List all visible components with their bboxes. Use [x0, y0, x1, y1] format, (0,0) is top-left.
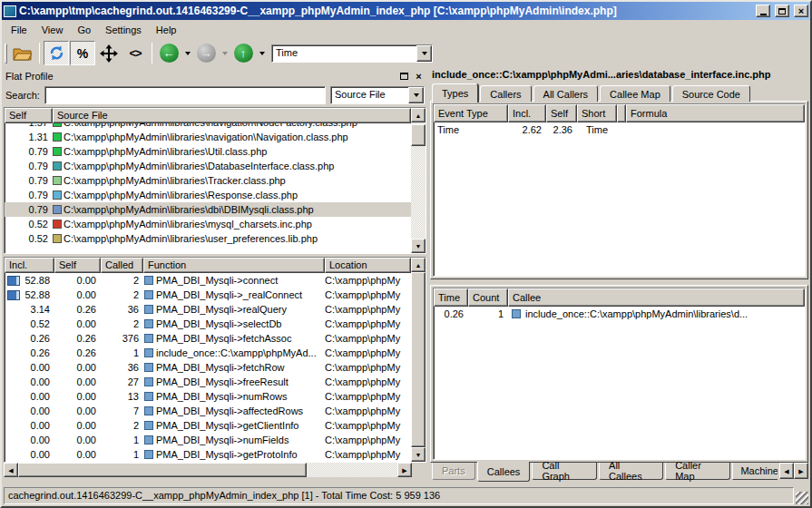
menu-view[interactable]: View: [34, 22, 71, 38]
column-header-incl-[interactable]: Incl.: [5, 258, 54, 273]
column-header-short[interactable]: Short: [577, 104, 617, 122]
title-bar[interactable]: C:\xampp\tmp\cachegrind.out.1416463299-C…: [2, 2, 810, 20]
column-header-formula[interactable]: Formula: [626, 104, 805, 122]
column-header-spacer[interactable]: [617, 104, 626, 122]
table-row[interactable]: 3.140.2636PMA_DBI_Mysqli->realQueryC:\xa…: [5, 302, 411, 317]
incl-cell: 0.00: [5, 435, 54, 445]
table-row[interactable]: 0.000.007PMA_DBI_Mysqli->affectedRowsC:\…: [5, 404, 411, 418]
table-row[interactable]: 0.79C:\xampp\phpMyAdmin\libraries\Tracke…: [5, 173, 411, 188]
column-header-time[interactable]: Time: [434, 288, 468, 307]
tab-callers[interactable]: Callers: [480, 85, 531, 102]
table-row[interactable]: 0.000.0027PMA_DBI_Mysqli->freeResultC:\x…: [5, 375, 411, 389]
relative-percent-toggle[interactable]: %: [70, 41, 95, 65]
tab-machine[interactable]: Machine: [732, 463, 778, 480]
tab-source-code[interactable]: Source Code: [672, 85, 750, 102]
search-input[interactable]: [44, 86, 326, 104]
table-row[interactable]: 52.880.002PMA_DBI_Mysqli->_realConnectC:…: [5, 288, 411, 302]
scroll-up-button[interactable]: ▲: [411, 258, 426, 272]
dock-close-button[interactable]: ×: [413, 71, 425, 82]
source-list-vscrollbar[interactable]: ▲ ▼: [411, 108, 426, 253]
scroll-down-button[interactable]: ▼: [411, 239, 426, 253]
column-header-self[interactable]: Self: [546, 104, 577, 122]
shorten-templates-button[interactable]: <>: [122, 41, 148, 65]
scrollbar-thumb[interactable]: [411, 272, 426, 447]
cycle-detection-button[interactable]: [96, 41, 122, 65]
table-row[interactable]: 0.52C:\xampp\phpMyAdmin\libraries\mysql_…: [5, 217, 411, 231]
table-row[interactable]: 1.31C:\xampp\phpMyAdmin\libraries\naviga…: [5, 130, 411, 144]
menu-file[interactable]: File: [4, 22, 34, 38]
function-list-hscrollbar[interactable]: ◀ ▶: [4, 463, 426, 477]
function-list-vscrollbar[interactable]: ▲ ▼: [411, 258, 426, 462]
function-cell: PMA_DBI_Mysqli->selectDb: [143, 318, 325, 329]
menu-go[interactable]: Go: [70, 22, 98, 38]
reload-button[interactable]: [44, 41, 69, 65]
up-dropdown[interactable]: [257, 41, 267, 65]
function-cell: PMA_DBI_Mysqli->numRows: [143, 391, 325, 402]
dock-float-button[interactable]: [398, 71, 410, 82]
table-row[interactable]: 0.000.0036PMA_DBI_Mysqli->fetchRowC:\xam…: [5, 360, 411, 375]
column-header-event-type[interactable]: Event Type: [434, 104, 508, 122]
up-button[interactable]: ↑: [230, 41, 256, 65]
table-row[interactable]: Time2.622.36Time: [434, 122, 805, 137]
resize-grip[interactable]: [796, 492, 808, 504]
event-type-combobox[interactable]: Time: [271, 44, 433, 63]
tab-call-graph[interactable]: Call Graph: [532, 463, 597, 480]
menu-settings[interactable]: Settings: [98, 22, 149, 38]
table-row[interactable]: 0.000.002PMA_DBI_Mysqli->getClientInfoC:…: [5, 418, 411, 433]
column-header-callee[interactable]: Callee: [508, 288, 805, 307]
scrollbar-thumb[interactable]: [18, 463, 307, 477]
combo-dropdown-button[interactable]: [416, 45, 432, 62]
table-row[interactable]: 0.000.001PMA_DBI_Mysqli->numFieldsC:\xam…: [5, 433, 411, 447]
column-header-count[interactable]: Count: [468, 288, 508, 307]
table-row[interactable]: 0.52C:\xampp\phpMyAdmin\libraries\user_p…: [5, 231, 411, 246]
grouping-combobox[interactable]: Source File: [330, 86, 425, 104]
tab-types[interactable]: Types: [432, 83, 478, 103]
tab-all-callers[interactable]: All Callers: [533, 85, 599, 102]
table-row[interactable]: 0.260.261include_once::C:\xampp\phpMyAd.…: [5, 346, 411, 360]
column-header-location[interactable]: Location: [325, 258, 411, 273]
column-header-self[interactable]: Self: [54, 258, 101, 273]
tab-scroll-left-button[interactable]: ◀: [779, 463, 794, 479]
column-header-self[interactable]: Self: [5, 108, 53, 123]
tab-scroll-right-button[interactable]: ▶: [794, 463, 808, 479]
function-name: PMA_DBI_Mysqli->fetchAssoc: [156, 333, 325, 344]
scrollbar-thumb[interactable]: [411, 124, 426, 146]
table-row[interactable]: 0.79C:\xampp\phpMyAdmin\libraries\Util.c…: [5, 144, 411, 159]
incl-cell: 3.14: [5, 304, 54, 315]
maximize-button[interactable]: [775, 5, 789, 17]
combo-dropdown-button[interactable]: [408, 87, 424, 103]
open-file-button[interactable]: [10, 41, 35, 65]
column-header-incl-[interactable]: Incl.: [508, 104, 546, 122]
table-row[interactable]: 0.79C:\xampp\phpMyAdmin\libraries\Databa…: [5, 159, 411, 173]
scroll-up-button[interactable]: ▲: [411, 108, 426, 122]
table-row[interactable]: 0.000.001PMA_DBI_Mysqli->getProtoInfoC:\…: [5, 447, 411, 462]
scroll-left-button[interactable]: ◀: [4, 463, 18, 477]
scroll-right-button[interactable]: ▶: [397, 463, 412, 477]
table-row[interactable]: 0.000.0013PMA_DBI_Mysqli->numRowsC:\xamp…: [5, 389, 411, 404]
table-row[interactable]: 0.260.26376PMA_DBI_Mysqli->fetchAssocC:\…: [5, 331, 411, 346]
float-icon: [400, 73, 408, 80]
incl-cell: 0.26: [5, 333, 54, 344]
tab-all-callees[interactable]: All Callees: [599, 463, 663, 480]
function-cell: PMA_DBI_Mysqli->numFields: [143, 435, 325, 445]
table-row[interactable]: 52.880.002PMA_DBI_Mysqli->connectC:\xamp…: [5, 273, 411, 288]
back-dropdown[interactable]: [182, 41, 192, 65]
table-row[interactable]: 1.57C:\xampp\phpMyAdmin\libraries\naviga…: [5, 123, 411, 130]
table-row[interactable]: 0.79C:\xampp\phpMyAdmin\libraries\dbi\DB…: [5, 202, 411, 217]
close-button[interactable]: ×: [794, 5, 808, 17]
tab-caller-map[interactable]: Caller Map: [665, 463, 730, 480]
tab-callee-map[interactable]: Callee Map: [600, 85, 670, 102]
cost-color-icon: [53, 190, 62, 200]
toolbar-grip[interactable]: [5, 44, 7, 64]
tab-callees[interactable]: Callees: [477, 462, 531, 482]
scroll-down-button[interactable]: ▼: [411, 447, 426, 462]
column-header-source-file[interactable]: Source File: [53, 108, 411, 123]
table-row[interactable]: 0.520.002PMA_DBI_Mysqli->selectDbC:\xamp…: [5, 317, 411, 331]
minimize-button[interactable]: [756, 5, 770, 17]
table-row[interactable]: 0.261include_once::C:\xampp\phpMyAdmin\l…: [434, 307, 805, 321]
column-header-called[interactable]: Called: [101, 258, 143, 273]
back-button[interactable]: ←: [156, 41, 181, 65]
menu-help[interactable]: Help: [149, 22, 184, 38]
column-header-function[interactable]: Function: [143, 258, 325, 273]
table-row[interactable]: 0.79C:\xampp\phpMyAdmin\libraries\Respon…: [5, 188, 411, 202]
